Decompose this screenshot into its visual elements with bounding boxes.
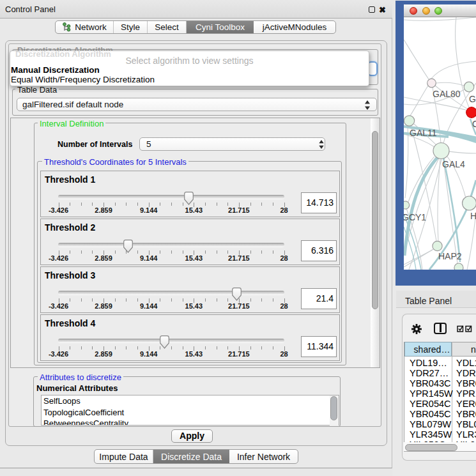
svg-text:GCY1: GCY1 — [404, 212, 426, 222]
svg-text:C: C — [472, 119, 476, 129]
svg-text:G.: G. — [469, 94, 476, 104]
svg-text:GAL80: GAL80 — [433, 89, 461, 99]
svg-text:H: H — [470, 211, 476, 221]
svg-text:GAL11: GAL11 — [410, 128, 437, 138]
svg-text:HAP2: HAP2 — [438, 251, 462, 261]
svg-text:GAL4: GAL4 — [442, 159, 465, 169]
